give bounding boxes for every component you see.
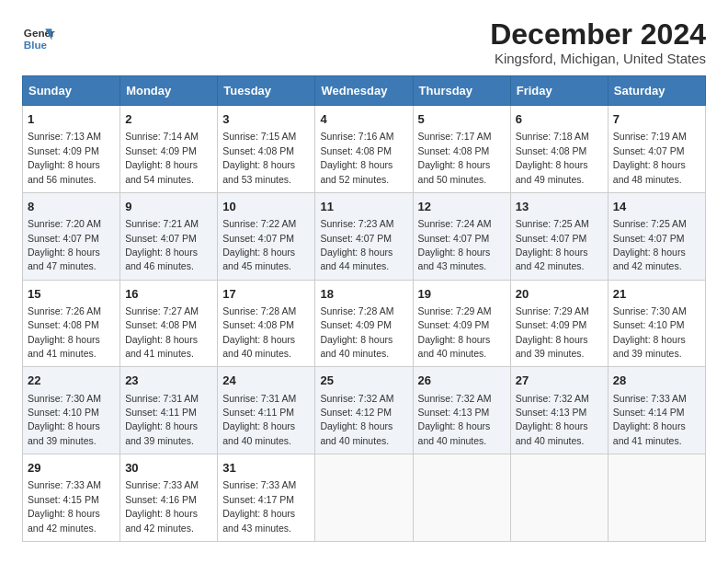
day-number: 12 — [418, 199, 506, 215]
day-number: 1 — [28, 111, 115, 128]
day-number: 9 — [125, 199, 212, 215]
day-number: 18 — [320, 286, 407, 303]
day-detail: Sunrise: 7:17 AM Sunset: 4:08 PM Dayligh… — [418, 131, 492, 184]
day-detail: Sunrise: 7:29 AM Sunset: 4:09 PM Dayligh… — [516, 305, 589, 359]
calendar-cell: 28Sunrise: 7:33 AM Sunset: 4:14 PM Dayli… — [608, 367, 705, 454]
calendar-week-2: 8Sunrise: 7:20 AM Sunset: 4:07 PM Daylig… — [23, 192, 706, 280]
calendar-cell — [315, 454, 413, 542]
day-number: 31 — [222, 460, 310, 477]
day-detail: Sunrise: 7:23 AM Sunset: 4:07 PM Dayligh… — [320, 218, 393, 271]
calendar-cell: 23Sunrise: 7:31 AM Sunset: 4:11 PM Dayli… — [120, 367, 218, 454]
calendar-week-4: 22Sunrise: 7:30 AM Sunset: 4:10 PM Dayli… — [23, 367, 706, 454]
day-number: 23 — [125, 373, 212, 389]
calendar-cell: 17Sunrise: 7:28 AM Sunset: 4:08 PM Dayli… — [218, 280, 315, 367]
day-number: 22 — [28, 373, 115, 389]
day-number: 6 — [516, 111, 603, 128]
day-number: 29 — [28, 460, 115, 477]
calendar-cell: 27Sunrise: 7:32 AM Sunset: 4:13 PM Dayli… — [510, 367, 608, 454]
calendar-header-row: SundayMondayTuesdayWednesdayThursdayFrid… — [23, 76, 706, 106]
day-number: 20 — [516, 286, 603, 303]
calendar-cell: 24Sunrise: 7:31 AM Sunset: 4:11 PM Dayli… — [218, 367, 315, 454]
calendar-cell — [413, 454, 510, 542]
page-header: General Blue December 2024 Kingsford, Mi… — [22, 18, 706, 66]
logo-icon: General Blue — [22, 22, 55, 55]
calendar-table: SundayMondayTuesdayWednesdayThursdayFrid… — [22, 75, 706, 542]
day-detail: Sunrise: 7:29 AM Sunset: 4:09 PM Dayligh… — [418, 305, 492, 359]
day-number: 5 — [418, 111, 506, 128]
logo: General Blue — [22, 22, 55, 55]
calendar-cell: 5Sunrise: 7:17 AM Sunset: 4:08 PM Daylig… — [413, 106, 510, 193]
day-number: 8 — [28, 199, 115, 215]
calendar-cell: 11Sunrise: 7:23 AM Sunset: 4:07 PM Dayli… — [315, 192, 413, 280]
day-detail: Sunrise: 7:31 AM Sunset: 4:11 PM Dayligh… — [125, 393, 199, 446]
day-detail: Sunrise: 7:28 AM Sunset: 4:08 PM Dayligh… — [222, 305, 296, 359]
day-number: 16 — [125, 286, 212, 303]
calendar-cell: 29Sunrise: 7:33 AM Sunset: 4:15 PM Dayli… — [23, 454, 120, 542]
day-number: 14 — [613, 199, 700, 215]
day-header-friday: Friday — [510, 76, 608, 106]
calendar-cell: 18Sunrise: 7:28 AM Sunset: 4:09 PM Dayli… — [315, 280, 413, 367]
day-detail: Sunrise: 7:26 AM Sunset: 4:08 PM Dayligh… — [28, 305, 101, 359]
calendar-cell: 7Sunrise: 7:19 AM Sunset: 4:07 PM Daylig… — [608, 106, 705, 193]
svg-text:Blue: Blue — [24, 39, 48, 51]
calendar-cell: 8Sunrise: 7:20 AM Sunset: 4:07 PM Daylig… — [23, 192, 120, 280]
calendar-cell: 1Sunrise: 7:13 AM Sunset: 4:09 PM Daylig… — [23, 106, 120, 193]
page-subtitle: Kingsford, Michigan, United States — [490, 51, 706, 66]
calendar-cell: 25Sunrise: 7:32 AM Sunset: 4:12 PM Dayli… — [315, 367, 413, 454]
day-header-monday: Monday — [120, 76, 218, 106]
calendar-cell: 12Sunrise: 7:24 AM Sunset: 4:07 PM Dayli… — [413, 192, 510, 280]
day-detail: Sunrise: 7:31 AM Sunset: 4:11 PM Dayligh… — [222, 393, 296, 446]
calendar-cell: 4Sunrise: 7:16 AM Sunset: 4:08 PM Daylig… — [315, 106, 413, 193]
day-number: 21 — [613, 286, 700, 303]
calendar-cell: 16Sunrise: 7:27 AM Sunset: 4:08 PM Dayli… — [120, 280, 218, 367]
calendar-cell: 3Sunrise: 7:15 AM Sunset: 4:08 PM Daylig… — [218, 106, 315, 193]
day-detail: Sunrise: 7:32 AM Sunset: 4:12 PM Dayligh… — [320, 393, 393, 446]
title-block: December 2024 Kingsford, Michigan, Unite… — [490, 18, 706, 66]
day-number: 19 — [418, 286, 506, 303]
day-detail: Sunrise: 7:19 AM Sunset: 4:07 PM Dayligh… — [613, 131, 687, 184]
day-header-sunday: Sunday — [23, 76, 120, 106]
calendar-week-3: 15Sunrise: 7:26 AM Sunset: 4:08 PM Dayli… — [23, 280, 706, 367]
day-header-thursday: Thursday — [413, 76, 510, 106]
calendar-cell: 22Sunrise: 7:30 AM Sunset: 4:10 PM Dayli… — [23, 367, 120, 454]
day-number: 26 — [418, 373, 506, 389]
calendar-cell: 15Sunrise: 7:26 AM Sunset: 4:08 PM Dayli… — [23, 280, 120, 367]
day-detail: Sunrise: 7:30 AM Sunset: 4:10 PM Dayligh… — [28, 393, 101, 446]
calendar-cell: 13Sunrise: 7:25 AM Sunset: 4:07 PM Dayli… — [510, 192, 608, 280]
day-header-wednesday: Wednesday — [315, 76, 413, 106]
day-detail: Sunrise: 7:16 AM Sunset: 4:08 PM Dayligh… — [320, 131, 393, 184]
day-detail: Sunrise: 7:33 AM Sunset: 4:17 PM Dayligh… — [222, 479, 296, 533]
day-detail: Sunrise: 7:15 AM Sunset: 4:08 PM Dayligh… — [222, 131, 296, 184]
calendar-cell: 14Sunrise: 7:25 AM Sunset: 4:07 PM Dayli… — [608, 192, 705, 280]
calendar-cell: 2Sunrise: 7:14 AM Sunset: 4:09 PM Daylig… — [120, 106, 218, 193]
day-detail: Sunrise: 7:32 AM Sunset: 4:13 PM Dayligh… — [418, 393, 492, 446]
day-detail: Sunrise: 7:32 AM Sunset: 4:13 PM Dayligh… — [516, 393, 589, 446]
day-number: 10 — [222, 199, 310, 215]
day-number: 2 — [125, 111, 212, 128]
calendar-cell: 10Sunrise: 7:22 AM Sunset: 4:07 PM Dayli… — [218, 192, 315, 280]
day-number: 30 — [125, 460, 212, 477]
day-detail: Sunrise: 7:25 AM Sunset: 4:07 PM Dayligh… — [613, 218, 687, 271]
day-header-tuesday: Tuesday — [218, 76, 315, 106]
day-detail: Sunrise: 7:24 AM Sunset: 4:07 PM Dayligh… — [418, 218, 492, 271]
day-number: 17 — [222, 286, 310, 303]
calendar-cell: 20Sunrise: 7:29 AM Sunset: 4:09 PM Dayli… — [510, 280, 608, 367]
day-detail: Sunrise: 7:33 AM Sunset: 4:16 PM Dayligh… — [125, 479, 199, 533]
day-detail: Sunrise: 7:21 AM Sunset: 4:07 PM Dayligh… — [125, 218, 199, 271]
calendar-cell: 30Sunrise: 7:33 AM Sunset: 4:16 PM Dayli… — [120, 454, 218, 542]
day-number: 4 — [320, 111, 407, 128]
day-detail: Sunrise: 7:14 AM Sunset: 4:09 PM Dayligh… — [125, 131, 199, 184]
day-detail: Sunrise: 7:33 AM Sunset: 4:14 PM Dayligh… — [613, 393, 687, 446]
calendar-week-1: 1Sunrise: 7:13 AM Sunset: 4:09 PM Daylig… — [23, 106, 706, 193]
page-title: December 2024 — [490, 18, 706, 51]
day-number: 3 — [222, 111, 310, 128]
calendar-cell: 31Sunrise: 7:33 AM Sunset: 4:17 PM Dayli… — [218, 454, 315, 542]
day-number: 11 — [320, 199, 407, 215]
day-number: 25 — [320, 373, 407, 389]
calendar-cell: 26Sunrise: 7:32 AM Sunset: 4:13 PM Dayli… — [413, 367, 510, 454]
day-number: 24 — [222, 373, 310, 389]
calendar-cell: 21Sunrise: 7:30 AM Sunset: 4:10 PM Dayli… — [608, 280, 705, 367]
day-detail: Sunrise: 7:33 AM Sunset: 4:15 PM Dayligh… — [28, 479, 101, 533]
day-detail: Sunrise: 7:18 AM Sunset: 4:08 PM Dayligh… — [516, 131, 589, 184]
day-number: 28 — [613, 373, 700, 389]
